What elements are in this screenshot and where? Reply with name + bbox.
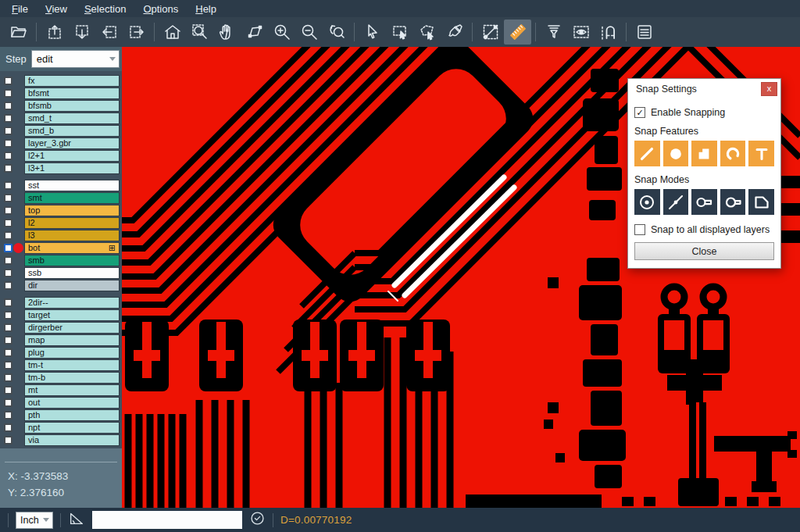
layer-name-smd_b[interactable]: smd_b xyxy=(24,125,120,137)
snap-feature-text-button[interactable] xyxy=(748,141,774,166)
layer-name-l2+1[interactable]: l2+1 xyxy=(24,150,120,162)
layer-name-out[interactable]: out xyxy=(24,397,120,409)
layer-visibility-checkbox[interactable] xyxy=(4,256,12,265)
layer-visibility-checkbox[interactable] xyxy=(4,89,12,98)
layer-visibility-checkbox[interactable] xyxy=(4,373,12,382)
layer-visibility-checkbox[interactable] xyxy=(4,348,12,357)
layer-name-bot[interactable]: bot⊞ xyxy=(24,242,120,254)
layer-visibility-checkbox[interactable] xyxy=(4,361,12,370)
select-cursor-icon[interactable] xyxy=(359,20,386,45)
menu-item-view[interactable]: View xyxy=(37,2,76,16)
layer-name-l2[interactable]: l2 xyxy=(24,217,120,229)
layer-visibility-checkbox[interactable] xyxy=(4,411,12,420)
layer-visibility-checkbox[interactable] xyxy=(4,152,12,160)
layer-name-via[interactable]: via xyxy=(24,434,120,446)
confirm-circle-icon[interactable] xyxy=(249,510,266,530)
pan-right-icon[interactable] xyxy=(123,20,150,45)
snap-mode-point-on-line-button[interactable] xyxy=(663,189,689,215)
layer-name-layer_3.gbr[interactable]: layer_3.gbr xyxy=(24,137,120,149)
menu-item-help[interactable]: Help xyxy=(187,2,225,16)
layers-list-icon[interactable] xyxy=(630,20,658,45)
zoom-window-icon[interactable] xyxy=(186,20,213,45)
layer-visibility-checkbox[interactable] xyxy=(4,231,12,240)
layer-name-2dir--[interactable]: 2dir-- xyxy=(24,297,120,309)
menu-item-selection[interactable]: Selection xyxy=(76,2,134,16)
snap-all-layers-checkbox[interactable] xyxy=(634,224,645,235)
layer-visibility-checkbox[interactable] xyxy=(4,164,12,173)
measure-ruler-icon[interactable] xyxy=(504,20,531,45)
dialog-title-bar[interactable]: Snap Settings x xyxy=(628,79,780,98)
layer-name-plug[interactable]: plug xyxy=(24,347,120,359)
layer-name-sst[interactable]: sst xyxy=(24,180,120,191)
layer-name-smt[interactable]: smt xyxy=(24,192,120,204)
layer-visibility-checkbox[interactable] xyxy=(4,194,12,202)
layer-visibility-checkbox[interactable] xyxy=(4,127,12,135)
snap-feature-pad-button[interactable] xyxy=(691,141,717,166)
layer-visibility-checkbox[interactable] xyxy=(4,311,12,320)
zoom-object-icon[interactable] xyxy=(241,20,268,45)
layer-visibility-checkbox[interactable] xyxy=(4,77,12,85)
layer-visibility-checkbox[interactable] xyxy=(4,206,12,215)
layer-visibility-checkbox[interactable] xyxy=(4,181,12,190)
layer-name-bfsmt[interactable]: bfsmt xyxy=(24,87,120,99)
zoom-home-icon[interactable] xyxy=(159,20,186,45)
select-rectangle-icon[interactable] xyxy=(386,20,413,45)
layer-visibility-checkbox[interactable] xyxy=(4,398,12,407)
dialog-close-button[interactable]: Close xyxy=(634,242,774,260)
snap-feature-arc-button[interactable] xyxy=(720,141,746,166)
menu-item-file[interactable]: File xyxy=(3,2,37,16)
clear-brush-icon[interactable] xyxy=(441,20,468,45)
select-polygon-icon[interactable] xyxy=(413,20,441,45)
angle-measure-icon[interactable] xyxy=(68,510,85,530)
pan-down-icon[interactable] xyxy=(68,20,95,45)
step-dropdown[interactable]: edit xyxy=(31,50,120,68)
layer-name-mt[interactable]: mt xyxy=(24,384,120,396)
menu-item-options[interactable]: Options xyxy=(134,2,187,16)
layer-visibility-checkbox[interactable] xyxy=(4,323,12,332)
pan-hand-icon[interactable] xyxy=(213,20,241,45)
layer-name-dirgerber[interactable]: dirgerber xyxy=(24,322,120,334)
snap-mode-oblong-key-open-button[interactable] xyxy=(720,189,746,215)
view-selection-icon[interactable] xyxy=(567,20,595,45)
zoom-in-icon[interactable] xyxy=(268,20,295,45)
layer-visibility-checkbox[interactable] xyxy=(4,269,12,277)
snap-mode-oblong-key-button[interactable] xyxy=(691,189,717,215)
enable-snapping-checkbox[interactable]: ✓ xyxy=(634,107,645,118)
snap-feature-line-button[interactable] xyxy=(634,141,660,166)
layer-name-tm-t[interactable]: tm-t xyxy=(24,359,120,371)
layer-name-dir[interactable]: dir xyxy=(24,280,120,291)
layer-visibility-checkbox[interactable] xyxy=(4,219,12,227)
open-folder-icon[interactable] xyxy=(5,20,32,45)
snap-mode-center-button[interactable] xyxy=(634,189,660,215)
layer-visibility-checkbox[interactable] xyxy=(4,102,12,110)
layer-name-npt[interactable]: npt xyxy=(24,422,120,434)
layer-name-smb[interactable]: smb xyxy=(24,255,120,266)
layer-name-l3+1[interactable]: l3+1 xyxy=(24,162,120,174)
snap-feature-circle-button[interactable] xyxy=(663,141,689,166)
layer-name-ssb[interactable]: ssb xyxy=(24,267,120,279)
layer-visibility-checkbox[interactable] xyxy=(4,139,12,148)
layer-name-top[interactable]: top xyxy=(24,205,120,216)
layer-visibility-checkbox[interactable] xyxy=(4,298,12,307)
layer-name-pth[interactable]: pth xyxy=(24,409,120,421)
pan-left-icon[interactable] xyxy=(95,20,123,45)
layer-name-smd_t[interactable]: smd_t xyxy=(24,112,120,124)
layer-visibility-checkbox[interactable] xyxy=(4,423,12,432)
snap-magnet-icon[interactable] xyxy=(595,20,622,45)
layer-visibility-checkbox[interactable] xyxy=(4,114,12,123)
layer-name-fx[interactable]: fx xyxy=(24,75,120,87)
layer-visibility-checkbox[interactable] xyxy=(4,336,12,345)
zoom-previous-icon[interactable] xyxy=(323,20,350,45)
close-icon[interactable]: x xyxy=(761,82,777,96)
filter-icon[interactable] xyxy=(540,20,567,45)
layer-name-bfsmb[interactable]: bfsmb xyxy=(24,100,120,112)
snap-mode-contour-button[interactable] xyxy=(748,189,774,215)
layer-visibility-checkbox[interactable] xyxy=(4,281,12,290)
layer-visibility-checkbox[interactable] xyxy=(4,436,12,445)
command-input[interactable] xyxy=(92,511,242,529)
layer-name-target[interactable]: target xyxy=(24,309,120,321)
unit-dropdown[interactable]: Inch xyxy=(16,512,53,529)
layer-visibility-checkbox[interactable] xyxy=(4,386,12,395)
layer-visibility-checkbox[interactable] xyxy=(4,244,12,252)
measure-line-icon[interactable] xyxy=(477,20,504,45)
